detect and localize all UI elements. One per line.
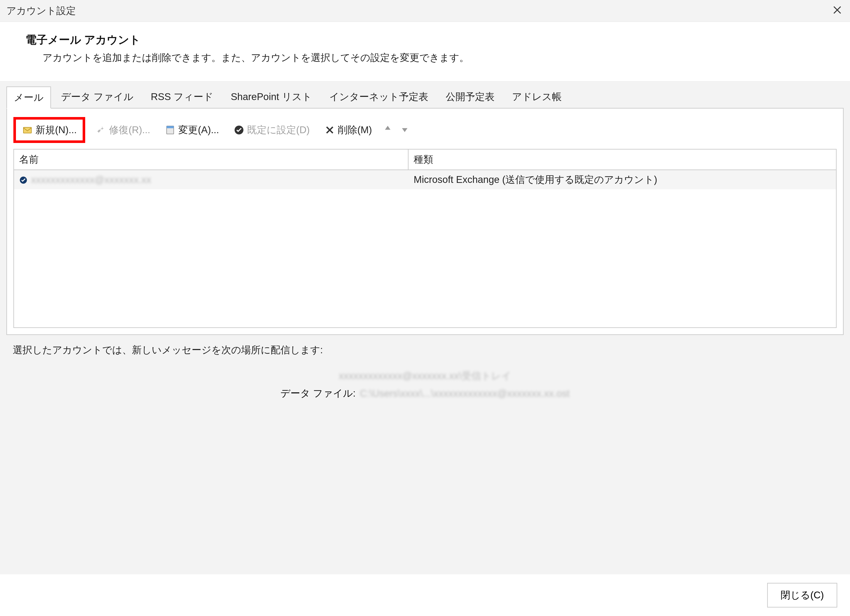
delivery-location-masked: xxxxxxxxxxxxx@xxxxxxx.xx\受信トレイ bbox=[339, 369, 511, 383]
account-name-masked: xxxxxxxxxxxxx@xxxxxxx.xx bbox=[31, 174, 151, 185]
new-mail-icon bbox=[22, 124, 33, 136]
toolbar: 新規(N)... 修復(R)... 変更(A)... bbox=[7, 113, 843, 149]
delivery-caption: 選択したアカウントでは、新しいメッセージを次の場所に配信します: bbox=[13, 344, 837, 357]
move-up-button[interactable] bbox=[382, 124, 393, 136]
tab-rss[interactable]: RSS フィード bbox=[144, 86, 221, 108]
wrench-icon bbox=[96, 124, 106, 136]
repair-account-label: 修復(R)... bbox=[109, 123, 150, 137]
page-description: アカウントを追加または削除できます。また、アカウントを選択してその設定を変更でき… bbox=[42, 51, 833, 64]
new-account-label: 新規(N)... bbox=[36, 123, 77, 137]
tab-published-calendars[interactable]: 公開予定表 bbox=[438, 86, 502, 108]
tab-internet-calendars[interactable]: インターネット予定表 bbox=[322, 86, 436, 108]
remove-account-label: 削除(M) bbox=[338, 123, 372, 137]
set-default-label: 既定に設定(D) bbox=[247, 123, 310, 137]
window-title: アカウント設定 bbox=[6, 4, 76, 17]
close-button[interactable]: 閉じる(C) bbox=[767, 583, 837, 607]
change-account-button[interactable]: 変更(A)... bbox=[160, 121, 223, 139]
window-close-button[interactable] bbox=[831, 4, 844, 17]
tab-data-files[interactable]: データ ファイル bbox=[54, 86, 141, 108]
set-default-button[interactable]: 既定に設定(D) bbox=[229, 121, 314, 139]
remove-account-button[interactable]: 削除(M) bbox=[320, 121, 376, 139]
delete-x-icon bbox=[324, 124, 335, 136]
table-row[interactable]: xxxxxxxxxxxxx@xxxxxxx.xx Microsoft Excha… bbox=[14, 170, 836, 189]
move-down-button[interactable] bbox=[399, 124, 410, 136]
repair-account-button[interactable]: 修復(R)... bbox=[91, 121, 154, 139]
tab-bar: メール データ ファイル RSS フィード SharePoint リスト インタ… bbox=[0, 82, 850, 108]
column-header-name[interactable]: 名前 bbox=[14, 150, 409, 169]
account-type: Microsoft Exchange (送信で使用する既定のアカウント) bbox=[409, 170, 836, 189]
check-circle-icon bbox=[233, 124, 244, 136]
tab-address-books[interactable]: アドレス帳 bbox=[504, 86, 569, 108]
table-empty-area bbox=[14, 189, 836, 327]
svg-rect-2 bbox=[167, 126, 174, 128]
page-title: 電子メール アカウント bbox=[25, 33, 833, 47]
datafile-path-masked: C:\Users\xxxx\...\xxxxxxxxxxxxx@xxxxxxx.… bbox=[360, 388, 570, 399]
new-account-button[interactable]: 新規(N)... bbox=[13, 117, 85, 143]
default-check-icon bbox=[19, 175, 28, 184]
arrow-up-icon bbox=[383, 124, 392, 136]
datafile-label: データ ファイル: bbox=[280, 387, 356, 400]
arrow-down-icon bbox=[400, 124, 409, 136]
svg-rect-0 bbox=[23, 127, 31, 133]
change-account-label: 変更(A)... bbox=[178, 123, 219, 137]
properties-icon bbox=[165, 124, 176, 136]
accounts-table: 名前 種類 xxxxxxxxxxxxx@xxxxxxx.xx Microsoft… bbox=[13, 149, 837, 328]
titlebar: アカウント設定 bbox=[0, 0, 850, 22]
tab-mail[interactable]: メール bbox=[6, 87, 51, 109]
column-header-type[interactable]: 種類 bbox=[409, 150, 836, 169]
tab-sharepoint[interactable]: SharePoint リスト bbox=[223, 86, 319, 108]
close-icon bbox=[832, 4, 843, 18]
